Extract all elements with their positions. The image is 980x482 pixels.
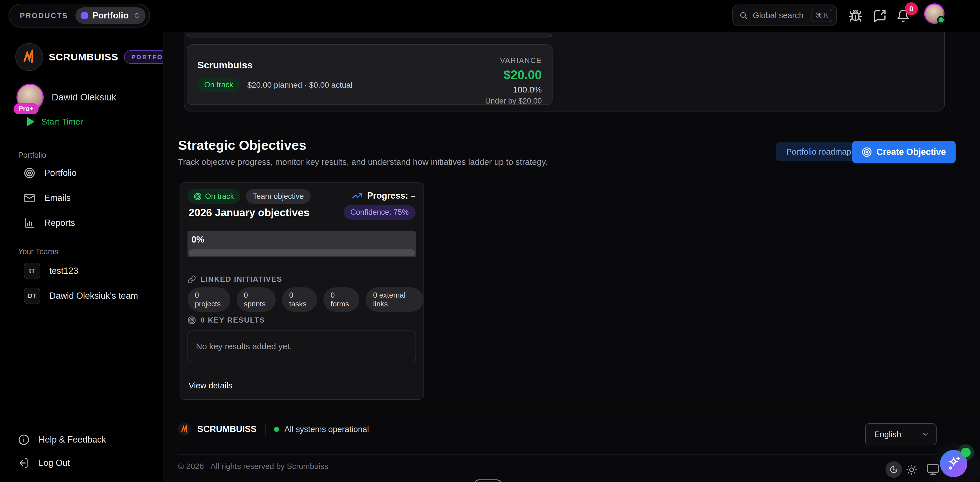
footer-divider <box>265 423 266 436</box>
variance-note: Under by $20.00 <box>485 97 542 105</box>
confidence-badge: Confidence: 75% <box>344 205 415 220</box>
chip-forms: 0 forms <box>323 287 360 312</box>
logout-button[interactable]: Log Out <box>18 457 70 469</box>
page-subtitle: Track objective progress, monitor key re… <box>178 157 547 167</box>
sidebar-team-test123[interactable]: tT test123 <box>24 263 78 279</box>
create-objective-label: Create Objective <box>877 147 946 157</box>
help-feedback-button[interactable]: Help & Feedback <box>18 434 106 445</box>
chip-external-links: 0 external links <box>366 287 423 312</box>
key-results-empty-message: No key results added yet. <box>196 342 292 351</box>
start-timer-button[interactable]: Start Timer <box>27 117 83 127</box>
chevron-down-icon <box>921 430 929 438</box>
objective-progress: Progress: – <box>352 190 415 201</box>
monitor-icon <box>926 463 939 476</box>
theme-system-button[interactable] <box>926 463 939 476</box>
chip-projects: 0 projects <box>188 287 230 312</box>
products-switcher: PRODUCTS Portfolio <box>8 4 150 27</box>
bug-report-icon[interactable] <box>849 9 862 23</box>
sidebar-item-label: Portfolio <box>44 168 76 178</box>
notification-count-badge: 0 <box>905 2 918 15</box>
sidebar-item-portfolio[interactable]: Portfolio <box>24 167 76 179</box>
product-selected-label: Portfolio <box>92 11 129 21</box>
linked-initiatives-label: LINKED INITIATIVES <box>200 275 282 284</box>
scroll-indicator[interactable] <box>474 479 501 482</box>
bar-chart-icon <box>24 217 35 229</box>
team-avatar: DT <box>24 288 40 304</box>
logout-label: Log Out <box>38 458 70 468</box>
sidebar-item-reports[interactable]: Reports <box>24 217 75 229</box>
product-color-dot <box>81 12 88 19</box>
search-placeholder: Global search <box>753 11 807 20</box>
theme-light-button[interactable] <box>906 464 917 476</box>
user-avatar[interactable] <box>924 3 945 24</box>
moon-icon <box>889 465 898 474</box>
system-status-label[interactable]: All systems operational <box>284 425 369 434</box>
sidebar-user-avatar: Pro+ <box>16 84 44 111</box>
sidebar-user[interactable]: Pro+ Dawid Oleksiuk <box>16 84 116 111</box>
help-feedback-label: Help & Feedback <box>38 434 106 445</box>
target-icon <box>194 192 202 200</box>
online-status-dot <box>937 16 945 24</box>
key-results-label: 0 KEY RESULTS <box>200 316 265 325</box>
variance-label: VARIANCE <box>485 56 542 65</box>
language-select[interactable]: English <box>865 423 937 445</box>
sparkles-icon <box>946 456 961 471</box>
key-results-empty-box: No key results added yet. <box>188 331 416 362</box>
progress-percent: 0% <box>188 231 416 245</box>
app-root: PRODUCTS Portfolio Global search ⌘ K 0 S <box>0 0 980 482</box>
theme-dark-button[interactable] <box>886 461 902 478</box>
chevrons-up-down-icon <box>133 12 140 19</box>
sidebar-item-label: Emails <box>44 193 71 203</box>
progress-bar-block: 0% <box>188 231 416 257</box>
section-label-portfolio: Portfolio <box>18 151 46 160</box>
team-name: Dawid Oleksiuk's team <box>49 291 138 301</box>
key-results-header: 0 KEY RESULTS <box>188 316 265 325</box>
footer-logo-icon <box>178 423 191 436</box>
budgets-section-card: Scrumbuiss On track $20.00 planned · $0.… <box>184 32 945 111</box>
objective-status-label: On track <box>205 192 234 201</box>
target-icon <box>188 316 196 325</box>
system-status-dot <box>274 427 279 432</box>
sidebar-team-dawid[interactable]: DT Dawid Oleksiuk's team <box>24 288 138 304</box>
envelope-icon <box>24 192 35 204</box>
info-circle-icon <box>18 434 30 445</box>
team-name: test123 <box>49 266 78 276</box>
plan-badge: Pro+ <box>14 103 38 115</box>
sidebar-brand[interactable]: SCRUMBUISS PORTFOLIO <box>15 43 184 71</box>
footer-separator <box>178 455 945 455</box>
clipped-card-above <box>187 33 552 37</box>
portfolio-roadmap-label: Portfolio roadmap <box>786 147 851 157</box>
search-icon <box>739 11 748 19</box>
chip-sprints: 0 sprints <box>237 287 276 312</box>
sidebar-item-label: Reports <box>44 218 75 228</box>
logout-icon <box>18 457 30 469</box>
variance-amount: $20.00 <box>485 68 542 82</box>
footer-brand: SCRUMBUISS <box>197 424 256 434</box>
linked-initiatives-chips: 0 projects 0 sprints 0 tasks 0 forms 0 e… <box>188 287 423 312</box>
product-select[interactable]: Portfolio <box>75 7 145 24</box>
budget-card-scrumbuiss[interactable]: Scrumbuiss On track $20.00 planned · $0.… <box>187 44 552 105</box>
assistant-status-dot <box>961 448 970 457</box>
budget-card-title: Scrumbuiss <box>197 60 253 71</box>
link-icon <box>188 275 196 284</box>
copyright-text: © 2026 - All rights reserved by Scrumbui… <box>178 462 328 471</box>
objective-type-badge: Team objective <box>246 189 310 204</box>
target-icon <box>24 167 35 179</box>
progress-label: Progress: – <box>367 191 415 201</box>
share-feedback-icon[interactable] <box>873 9 887 23</box>
global-search-input[interactable]: Global search ⌘ K <box>732 5 837 26</box>
linked-initiatives-header: LINKED INITIATIVES <box>188 275 282 284</box>
sun-icon <box>906 464 917 476</box>
objective-card[interactable]: On track Team objective Progress: – 2026… <box>180 183 424 400</box>
brand-name: SCRUMBUISS <box>49 51 118 63</box>
view-details-link[interactable]: View details <box>189 381 232 390</box>
sidebar-item-emails[interactable]: Emails <box>24 192 71 204</box>
variance-percent: 100.0% <box>485 85 542 94</box>
language-selected: English <box>874 430 901 439</box>
trending-up-icon <box>352 190 363 201</box>
products-label: PRODUCTS <box>20 11 68 20</box>
page-title: Strategic Objectives <box>178 137 306 153</box>
portfolio-roadmap-button[interactable]: Portfolio roadmap <box>776 142 861 161</box>
create-objective-button[interactable]: Create Objective <box>852 141 956 164</box>
footer: SCRUMBUISS All systems operational Engli… <box>163 411 980 482</box>
